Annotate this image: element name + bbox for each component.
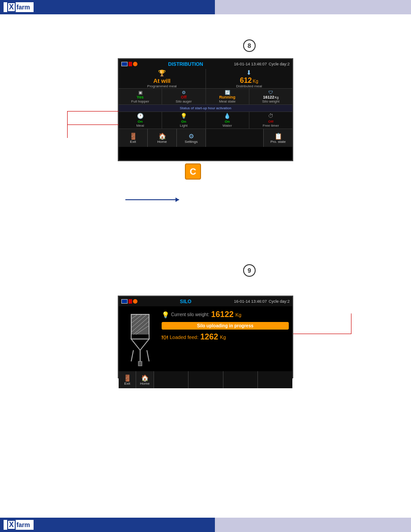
meal-state-cell: 🔄 Running Meal state: [206, 89, 249, 104]
flag-red: [128, 62, 132, 66]
water-timer-status: On: [225, 120, 230, 124]
silo-datetime: 16-01-14 13:46:07: [234, 299, 267, 304]
silo-weight-value: 16122: [263, 95, 274, 99]
light-timer-cell: 💡 On Light: [162, 112, 206, 129]
dist-title: DISTRIBUTION: [137, 61, 234, 67]
dist-settings-button[interactable]: ⚙ Settings: [177, 129, 206, 147]
silo-exit-button[interactable]: 🚪 Exit: [119, 371, 136, 388]
annot-line-dist-lower: [67, 124, 119, 125]
header-bar-right: [215, 0, 411, 14]
arrow-down-icon: ⬇: [246, 69, 252, 76]
loaded-feed-value: 1262: [200, 332, 218, 342]
meal-state-icon: 🔄: [225, 90, 230, 95]
silo-empty-btn4: [258, 371, 292, 388]
silo-exit-icon: 🚪: [124, 374, 131, 382]
dist-empty-btn: [206, 129, 264, 147]
dist-pro-state-button[interactable]: 📋 Pro. state: [264, 129, 292, 147]
silo-indicator-dot: [133, 299, 137, 304]
settings-icon: ⚙: [188, 133, 194, 140]
silo-content-area: 💡 Current silo weight: 16122 Kg Silo upl…: [119, 306, 292, 371]
silo-current-weight-label: Current silo weight:: [171, 312, 210, 317]
svg-line-10: [131, 350, 133, 361]
dist-title-bar: DISTRIBUTION 16-01-14 13:46:07 Cycle day…: [119, 59, 292, 69]
dist-nav-row: 🚪 Exit 🏠 Home ⚙ Settings 📋 Pro. state: [119, 129, 292, 147]
dist-datetime: 16-01-14 13:46:07: [234, 62, 267, 66]
light-timer-label: Light: [180, 124, 188, 128]
silo-home-icon: 🏠: [141, 374, 149, 382]
annot-line-silo: [293, 334, 351, 334]
pro-state-label: Pro. state: [270, 140, 286, 144]
loaded-feed-label: Loaded feed:: [170, 335, 198, 340]
meal-timer-label: Meal: [136, 124, 144, 128]
silo-empty-btn1: [154, 371, 189, 388]
silo-title: SILO: [137, 299, 234, 304]
silo-weight-label: Silo weight: [262, 99, 280, 103]
water-timer-cell: 💧 On Water: [206, 112, 249, 129]
silo-title-bar: SILO 16-01-14 13:46:07 Cycle day:2: [119, 296, 292, 306]
free-timer-label: Free timer: [263, 124, 279, 128]
free-timer-icon: ⏱: [268, 113, 274, 119]
dist-cycle: Cycle day:2: [269, 62, 290, 66]
dist-row-meals: 🏆 At will Programmed meal ⬇ 612 Kg Distr…: [119, 69, 292, 89]
water-timer-label: Water: [223, 124, 232, 128]
meal-timer-icon: 🕐: [137, 113, 144, 119]
header-logo: X farm: [4, 2, 34, 12]
annot-line-silo-vert: [351, 313, 351, 334]
full-hopper-label: Full hopper: [131, 99, 149, 103]
status-bar: Status of start-up hour activation: [119, 105, 292, 112]
silo-svg: [122, 310, 158, 368]
distributed-meal-value: 612: [240, 77, 252, 84]
timers-row: 🕐 On Meal 💡 On Light 💧 On Water ⏱ Off Fr…: [119, 112, 292, 129]
footer-logo-x-letter: X: [7, 520, 16, 530]
svg-marker-9: [131, 339, 149, 350]
dist-home-button[interactable]: 🏠 Home: [148, 129, 177, 147]
meal-timer-cell: 🕐 On Meal: [119, 112, 162, 129]
silo-weight-icon: 💡: [162, 311, 169, 318]
section-9-number: 9: [243, 264, 256, 277]
silo-empty-btn3: [223, 371, 258, 388]
annot-line-dist-top: [67, 111, 119, 112]
logo-x-letter: X: [7, 2, 16, 12]
distributed-meal-cell: ⬇ 612 Kg Distributed meal: [206, 69, 293, 88]
silo-home-label: Home: [140, 382, 150, 386]
silo-current-weight-unit: Kg: [235, 312, 241, 317]
silo-current-weight-row: 💡 Current silo weight: 16122 Kg: [162, 310, 289, 319]
programmed-meal-label: Programmed meal: [147, 84, 177, 88]
silo-home-button[interactable]: 🏠 Home: [136, 371, 154, 388]
free-timer-status: Off: [268, 120, 274, 124]
home-label: Home: [157, 140, 167, 144]
silo-uploading-text: Silo uploading in progress: [197, 323, 253, 328]
silo-auger-label: Silo auger: [176, 99, 192, 103]
distribution-screen: DISTRIBUTION 16-01-14 13:46:07 Cycle day…: [118, 58, 293, 161]
silo-weight-cell: 🛡 16122 Kg Silo weight: [249, 89, 292, 104]
meal-state-value: Running: [219, 95, 235, 99]
full-hopper-value: Yes: [137, 95, 144, 99]
annot-line-dist-vert1: [67, 111, 68, 124]
orange-c-indicator: C: [185, 163, 201, 180]
silo-current-weight-value: 16122: [211, 310, 234, 319]
svg-line-12: [147, 350, 149, 361]
silo-flag-uk: [121, 299, 128, 304]
silo-auger-cell: ⚙ Off Silo auger: [162, 89, 206, 104]
dist-flags: [121, 62, 137, 66]
dist-exit-button[interactable]: 🚪 Exit: [119, 129, 148, 147]
meal-timer-status: On: [138, 120, 143, 124]
silo-loaded-row: 🍽 Loaded feed: 1262 Kg: [162, 332, 289, 342]
section-8-number: 8: [243, 39, 256, 52]
pro-state-icon: 📋: [274, 133, 282, 140]
auger-icon: ⚙: [182, 90, 186, 95]
silo-drawing: [122, 310, 158, 368]
footer-bar-right: [215, 518, 411, 532]
svg-rect-13: [138, 361, 142, 366]
home-icon: 🏠: [158, 133, 166, 140]
cup-icon: 🏆: [158, 69, 166, 77]
silo-empty-btn2: [188, 371, 223, 388]
distributed-meal-label: Distributed meal: [236, 84, 262, 88]
indicator-dot: [133, 62, 137, 66]
dist-row-status: ▣ Yes Full hopper ⚙ Off Silo auger 🔄 Run…: [119, 89, 292, 105]
settings-label: Settings: [185, 140, 198, 144]
silo-info-panel: 💡 Current silo weight: 16122 Kg Silo upl…: [162, 310, 289, 368]
footer-logo: X farm: [4, 520, 34, 530]
loaded-feed-icon: 🍽: [162, 334, 168, 341]
loaded-feed-unit: Kg: [220, 335, 226, 340]
